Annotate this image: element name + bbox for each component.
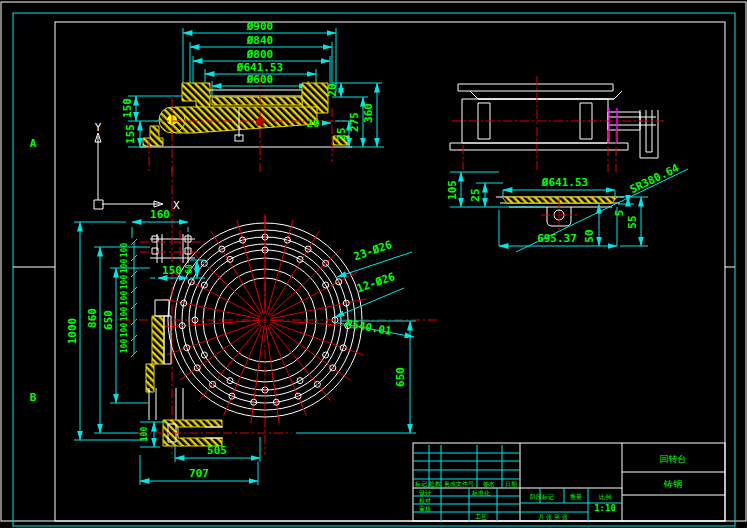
side-view xyxy=(450,76,664,172)
dim-label-20v: 20 xyxy=(326,83,339,96)
dim-label-23holes: 23-Ø26 xyxy=(352,238,394,263)
ucs-y-label: Y xyxy=(95,121,102,134)
dim-label-100b: 100 xyxy=(140,427,149,442)
dim-label-650r: 650 xyxy=(394,367,407,387)
sign-audit: 审核 xyxy=(419,505,431,512)
radial-centerline xyxy=(271,299,367,319)
stage-label: 阶段标记 xyxy=(530,493,554,501)
plate-section-band xyxy=(212,97,302,105)
dim-label-360: 360 xyxy=(362,103,375,123)
left-lower-section xyxy=(146,364,154,392)
dim-label-800: Ø800 xyxy=(246,48,274,61)
dim-label-25d: 25 xyxy=(469,188,482,201)
scale-label: 比例 xyxy=(599,493,611,501)
plate-support xyxy=(470,91,622,99)
radial-centerline xyxy=(267,220,293,314)
ucs-x-label: X xyxy=(173,199,180,212)
dim-label-50: 50 xyxy=(583,229,596,242)
dim-label-1000: 1000 xyxy=(66,318,79,345)
ucs-icon: Y X xyxy=(94,121,180,212)
weight-label: 重量 xyxy=(569,493,582,500)
radial-centerline xyxy=(268,231,319,315)
chain-dim-label: 100 xyxy=(120,307,129,322)
dim-label-55: 55 xyxy=(626,215,639,228)
dim-label-150: 150 xyxy=(121,98,134,118)
plan-view: 100100100100100100100 160 150 60 1000 86… xyxy=(66,121,438,485)
rev-col-mark: 标记 xyxy=(414,480,427,488)
dim-label-sr380: SR380.64 xyxy=(628,161,682,196)
dim-label-840: Ø840 xyxy=(246,34,274,47)
sign-design: 设计 xyxy=(419,489,431,496)
material: 铸钢 xyxy=(663,479,682,489)
rev-col-docno: 更改文件号 xyxy=(444,480,474,487)
chain-dim-label: 100 xyxy=(120,275,129,290)
radial-centerline xyxy=(211,231,262,315)
sign-standard: 标准化 xyxy=(471,489,490,497)
wedge-body-section xyxy=(175,107,317,133)
dim-label-155: 155 xyxy=(124,124,137,144)
sheet-frame: A B xyxy=(1,2,746,526)
radial-centerline xyxy=(189,249,261,316)
dim-label-105: 105 xyxy=(446,180,459,200)
dim-label-20-pin: 20 xyxy=(306,117,319,130)
cad-drawing-canvas: A B Ø900 Ø840 Ø800 Ø641.53 Ø600 150 xyxy=(0,0,747,528)
chain-dim-label: 100 xyxy=(120,323,129,338)
top-plate-lines xyxy=(210,90,302,96)
dim-label-5: 5 xyxy=(613,210,626,217)
dim-label-60: 60 xyxy=(185,264,194,274)
chain-dim-label: 100 xyxy=(120,259,129,274)
dim-label-25: 25 xyxy=(335,127,348,140)
sign-process: 工艺 xyxy=(475,513,487,520)
rev-col-date: 日期 xyxy=(505,480,517,488)
radial-centerline xyxy=(269,249,341,316)
dim-label-69537: 695.37 xyxy=(537,232,577,245)
side-centerlines xyxy=(452,76,664,172)
part-name: 回转台 xyxy=(660,454,687,464)
detail-view: SR380.64 105 25 Ø641.53 695.37 50 5 55 xyxy=(446,161,688,252)
radial-centerline xyxy=(237,220,263,314)
dim-label-150p: 150 xyxy=(162,264,182,277)
shaft-assembly xyxy=(608,112,656,130)
body-outline xyxy=(462,99,608,143)
rev-col-count: 处数 xyxy=(428,480,441,488)
dim-label-505: 505 xyxy=(207,444,227,457)
top-plate xyxy=(458,84,613,91)
dim-label-650l: 650 xyxy=(102,310,115,330)
base-plate xyxy=(450,143,628,150)
zone-letter-a: A xyxy=(30,137,37,150)
bracket-legs xyxy=(149,388,183,420)
scale-value: 1:10 xyxy=(594,503,616,513)
dim-label-707: 707 xyxy=(189,467,209,480)
radial-centerline xyxy=(251,326,264,423)
left-column-section xyxy=(152,316,164,364)
radial-centerline xyxy=(163,299,259,319)
section-view: Ø900 Ø840 Ø800 Ø641.53 Ø600 150 155 xyxy=(121,20,384,172)
zone-letter-b: B xyxy=(30,391,37,404)
chain-dim-label: 100 xyxy=(120,243,129,258)
dim-label-900: Ø900 xyxy=(246,20,274,33)
sheet-note: 共 张 第 张 xyxy=(538,513,568,521)
dim-label-860: 860 xyxy=(86,308,99,328)
dim-label-dia64153: Ø641.53 xyxy=(541,176,588,189)
dim-label-160: 160 xyxy=(150,208,170,221)
radial-centerline xyxy=(266,326,279,423)
inner-holes-leader xyxy=(335,288,404,317)
radial-centerline xyxy=(167,322,259,355)
radial-centerline xyxy=(180,323,260,380)
chain-dim-label: 100 xyxy=(120,339,129,354)
title-block: 标记 处数 更改文件号 签名 日期 设计 标准化 校对 审核 工艺 阶段标记 重… xyxy=(413,443,725,521)
rev-col-sign: 签名 xyxy=(483,480,495,488)
left-bracket-section xyxy=(143,126,163,146)
hub-centerlines xyxy=(541,199,577,233)
radial-centerline xyxy=(270,323,350,380)
chain-dim-label: 100 xyxy=(120,291,129,306)
dim-label-275: 275 xyxy=(348,112,361,132)
dim-label-12holes: 12-Ø26 xyxy=(355,270,397,295)
sign-check: 校对 xyxy=(418,497,431,504)
radial-centerline xyxy=(161,320,259,327)
